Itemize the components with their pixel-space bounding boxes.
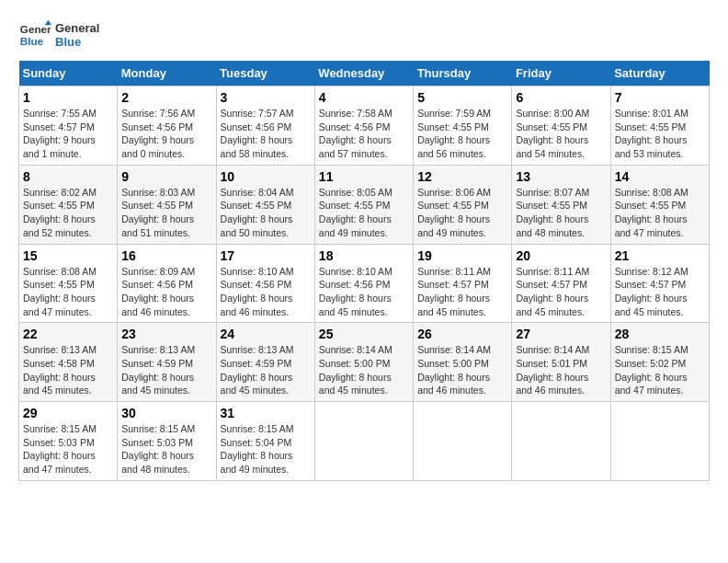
- table-cell: 12 Sunrise: 8:06 AM Sunset: 4:55 PM Dayl…: [414, 165, 512, 244]
- day-info: Sunrise: 8:11 AM Sunset: 4:57 PM Dayligh…: [417, 266, 491, 317]
- table-cell: 6 Sunrise: 8:00 AM Sunset: 4:55 PM Dayli…: [512, 86, 610, 166]
- day-info: Sunrise: 8:12 AM Sunset: 4:57 PM Dayligh…: [615, 266, 688, 317]
- table-cell: 13 Sunrise: 8:07 AM Sunset: 4:55 PM Dayl…: [512, 165, 610, 244]
- day-info: Sunrise: 8:03 AM Sunset: 4:55 PM Dayligh…: [121, 187, 195, 238]
- table-cell: 23 Sunrise: 8:13 AM Sunset: 4:59 PM Dayl…: [118, 323, 216, 402]
- table-cell: 2 Sunrise: 7:56 AM Sunset: 4:56 PM Dayli…: [118, 86, 216, 166]
- calendar-row: 8 Sunrise: 8:02 AM Sunset: 4:55 PM Dayli…: [19, 165, 710, 244]
- day-info: Sunrise: 8:05 AM Sunset: 4:55 PM Dayligh…: [319, 187, 392, 238]
- day-info: Sunrise: 8:13 AM Sunset: 4:59 PM Dayligh…: [221, 344, 294, 396]
- day-info: Sunrise: 8:10 AM Sunset: 4:56 PM Dayligh…: [221, 266, 294, 317]
- table-cell: [314, 402, 413, 481]
- day-number: 30: [121, 406, 211, 420]
- col-sunday: Sunday: [19, 61, 118, 86]
- table-cell: 11 Sunrise: 8:05 AM Sunset: 4:55 PM Dayl…: [314, 165, 413, 244]
- day-info: Sunrise: 8:04 AM Sunset: 4:55 PM Dayligh…: [221, 187, 294, 238]
- calendar-row: 22 Sunrise: 8:13 AM Sunset: 4:58 PM Dayl…: [19, 323, 710, 402]
- header: General Blue General Blue: [18, 18, 710, 52]
- table-cell: 17 Sunrise: 8:10 AM Sunset: 4:56 PM Dayl…: [216, 244, 314, 323]
- table-cell: 31 Sunrise: 8:15 AM Sunset: 5:04 PM Dayl…: [216, 402, 314, 481]
- table-cell: 8 Sunrise: 8:02 AM Sunset: 4:55 PM Dayli…: [19, 165, 118, 244]
- col-thursday: Thursday: [414, 61, 512, 86]
- day-info: Sunrise: 7:55 AM Sunset: 4:57 PM Dayligh…: [23, 108, 97, 159]
- day-info: Sunrise: 7:57 AM Sunset: 4:56 PM Dayligh…: [221, 108, 294, 159]
- table-cell: 9 Sunrise: 8:03 AM Sunset: 4:55 PM Dayli…: [118, 165, 216, 244]
- table-cell: 19 Sunrise: 8:11 AM Sunset: 4:57 PM Dayl…: [414, 244, 512, 323]
- table-cell: 4 Sunrise: 7:58 AM Sunset: 4:56 PM Dayli…: [314, 86, 413, 166]
- day-number: 2: [121, 90, 211, 105]
- table-cell: 27 Sunrise: 8:14 AM Sunset: 5:01 PM Dayl…: [512, 323, 610, 402]
- header-row: Sunday Monday Tuesday Wednesday Thursday…: [19, 61, 710, 86]
- day-info: Sunrise: 8:01 AM Sunset: 4:55 PM Dayligh…: [615, 108, 688, 159]
- table-cell: 16 Sunrise: 8:09 AM Sunset: 4:56 PM Dayl…: [118, 244, 216, 323]
- day-number: 5: [417, 90, 507, 105]
- day-number: 10: [221, 169, 311, 184]
- day-number: 29: [23, 406, 113, 420]
- table-cell: 24 Sunrise: 8:13 AM Sunset: 4:59 PM Dayl…: [216, 323, 314, 402]
- table-cell: 22 Sunrise: 8:13 AM Sunset: 4:58 PM Dayl…: [19, 323, 118, 402]
- day-info: Sunrise: 8:02 AM Sunset: 4:55 PM Dayligh…: [23, 187, 97, 238]
- table-cell: 15 Sunrise: 8:08 AM Sunset: 4:55 PM Dayl…: [19, 244, 118, 323]
- day-info: Sunrise: 8:15 AM Sunset: 5:03 PM Dayligh…: [121, 423, 195, 475]
- col-tuesday: Tuesday: [216, 61, 314, 86]
- table-cell: 18 Sunrise: 8:10 AM Sunset: 4:56 PM Dayl…: [314, 244, 413, 323]
- table-cell: 14 Sunrise: 8:08 AM Sunset: 4:55 PM Dayl…: [610, 165, 709, 244]
- day-number: 21: [615, 248, 705, 263]
- day-number: 18: [319, 248, 409, 263]
- day-number: 4: [319, 90, 409, 105]
- day-info: Sunrise: 8:15 AM Sunset: 5:04 PM Dayligh…: [221, 423, 294, 475]
- table-cell: 26 Sunrise: 8:14 AM Sunset: 5:00 PM Dayl…: [414, 323, 512, 402]
- day-number: 16: [121, 248, 211, 263]
- day-info: Sunrise: 8:14 AM Sunset: 5:00 PM Dayligh…: [319, 344, 392, 396]
- day-number: 17: [221, 248, 311, 263]
- day-info: Sunrise: 8:09 AM Sunset: 4:56 PM Dayligh…: [121, 266, 195, 317]
- col-monday: Monday: [118, 61, 216, 86]
- logo-icon: General Blue: [18, 18, 51, 52]
- day-info: Sunrise: 8:08 AM Sunset: 4:55 PM Dayligh…: [23, 266, 97, 317]
- day-info: Sunrise: 8:14 AM Sunset: 5:00 PM Dayligh…: [417, 344, 491, 396]
- day-number: 19: [417, 248, 507, 263]
- table-cell: 10 Sunrise: 8:04 AM Sunset: 4:55 PM Dayl…: [216, 165, 314, 244]
- day-number: 3: [221, 90, 311, 105]
- day-number: 8: [23, 169, 113, 184]
- calendar-row: 1 Sunrise: 7:55 AM Sunset: 4:57 PM Dayli…: [19, 86, 710, 166]
- table-cell: 20 Sunrise: 8:11 AM Sunset: 4:57 PM Dayl…: [512, 244, 610, 323]
- day-number: 6: [516, 90, 606, 105]
- day-number: 1: [23, 90, 113, 105]
- day-info: Sunrise: 8:15 AM Sunset: 5:02 PM Dayligh…: [615, 344, 688, 396]
- day-info: Sunrise: 8:14 AM Sunset: 5:01 PM Dayligh…: [516, 344, 589, 396]
- logo: General Blue General Blue: [18, 18, 99, 52]
- day-number: 31: [221, 406, 311, 420]
- day-info: Sunrise: 8:08 AM Sunset: 4:55 PM Dayligh…: [615, 187, 688, 238]
- day-number: 22: [23, 327, 113, 341]
- calendar-row: 29 Sunrise: 8:15 AM Sunset: 5:03 PM Dayl…: [19, 402, 710, 481]
- table-cell: 7 Sunrise: 8:01 AM Sunset: 4:55 PM Dayli…: [610, 86, 709, 166]
- table-cell: 30 Sunrise: 8:15 AM Sunset: 5:03 PM Dayl…: [118, 402, 216, 481]
- table-cell: [414, 402, 512, 481]
- day-info: Sunrise: 7:58 AM Sunset: 4:56 PM Dayligh…: [319, 108, 392, 159]
- table-cell: [610, 402, 709, 481]
- day-info: Sunrise: 8:06 AM Sunset: 4:55 PM Dayligh…: [417, 187, 491, 238]
- day-number: 9: [121, 169, 211, 184]
- day-number: 26: [417, 327, 507, 341]
- day-info: Sunrise: 8:13 AM Sunset: 4:58 PM Dayligh…: [23, 344, 97, 396]
- day-info: Sunrise: 7:56 AM Sunset: 4:56 PM Dayligh…: [121, 108, 195, 159]
- calendar-row: 15 Sunrise: 8:08 AM Sunset: 4:55 PM Dayl…: [19, 244, 710, 323]
- col-saturday: Saturday: [610, 61, 709, 86]
- calendar-table: Sunday Monday Tuesday Wednesday Thursday…: [18, 61, 710, 481]
- day-number: 27: [516, 327, 606, 341]
- table-cell: [512, 402, 610, 481]
- table-cell: 28 Sunrise: 8:15 AM Sunset: 5:02 PM Dayl…: [610, 323, 709, 402]
- table-cell: 3 Sunrise: 7:57 AM Sunset: 4:56 PM Dayli…: [216, 86, 314, 166]
- day-number: 12: [417, 169, 507, 184]
- day-number: 25: [319, 327, 409, 341]
- table-cell: 25 Sunrise: 8:14 AM Sunset: 5:00 PM Dayl…: [314, 323, 413, 402]
- day-number: 20: [516, 248, 606, 263]
- day-info: Sunrise: 8:00 AM Sunset: 4:55 PM Dayligh…: [516, 108, 589, 159]
- col-wednesday: Wednesday: [314, 61, 413, 86]
- day-info: Sunrise: 7:59 AM Sunset: 4:55 PM Dayligh…: [417, 108, 491, 159]
- table-cell: 1 Sunrise: 7:55 AM Sunset: 4:57 PM Dayli…: [19, 86, 118, 166]
- table-cell: 5 Sunrise: 7:59 AM Sunset: 4:55 PM Dayli…: [414, 86, 512, 166]
- day-number: 11: [319, 169, 409, 184]
- day-info: Sunrise: 8:07 AM Sunset: 4:55 PM Dayligh…: [516, 187, 589, 238]
